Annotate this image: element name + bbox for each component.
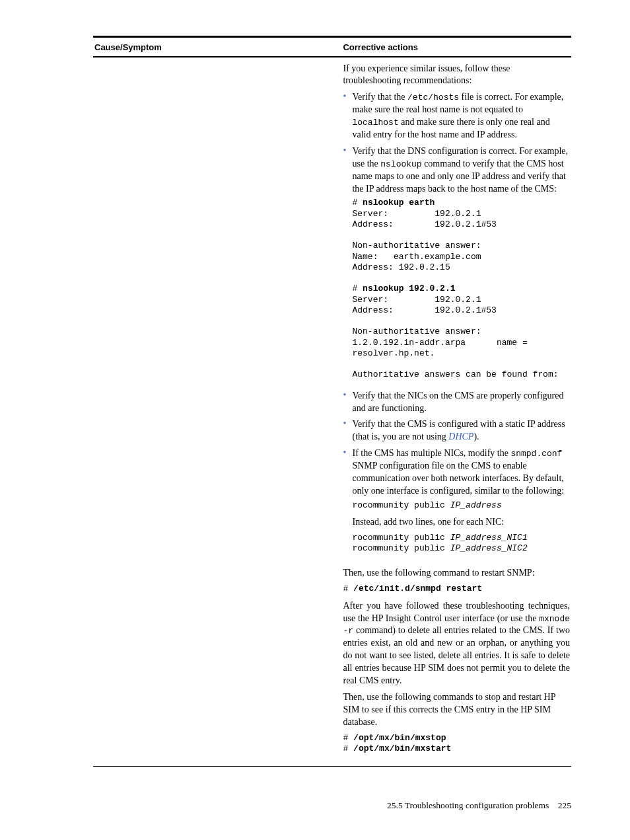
para-after-troubleshoot: After you have followed these troublesho… (343, 600, 570, 687)
footer-page-number: 225 (558, 800, 571, 810)
intro-para: If you experience similar issues, follow… (343, 63, 570, 88)
text: Instead, add two lines, one for each NIC… (352, 516, 570, 529)
th-action: Corrective actions (341, 39, 571, 56)
cell-cause (93, 57, 341, 766)
code-snmpd-conf: snmpd.conf (510, 449, 562, 459)
console-rocommunity-2: rocommunity public IP_address_NIC1 rocom… (352, 533, 570, 554)
list-item: If the CMS has multiple NICs, modify the… (352, 447, 570, 563)
para-restart-snmp: Then, use the following command to resta… (343, 567, 570, 580)
footer-section: 25.5 Troubleshooting configuration probl… (387, 800, 549, 810)
hash: # (343, 733, 353, 743)
page-footer: 25.5 Troubleshooting configuration probl… (93, 767, 571, 812)
hash: # (343, 584, 353, 593)
text: rocommunity public (352, 500, 450, 510)
console-mx-cmds: # /opt/mx/bin/mxstop # /opt/mx/bin/mxsta… (343, 733, 570, 755)
cmd: /opt/mx/bin/mxstop (353, 733, 446, 743)
ip-addr-nic1: IP_address_NIC1 (450, 533, 528, 543)
dhcp-link[interactable]: DHCP (448, 432, 473, 441)
text: rocommunity public (352, 543, 450, 553)
text: rocommunity public (352, 533, 450, 543)
hash: # (343, 744, 353, 753)
cmd: /etc/init.d/snmpd restart (353, 584, 482, 593)
ip-addr: IP_address (450, 500, 502, 510)
th-cause: Cause/Symptom (93, 39, 341, 56)
text: command) to delete all entries related t… (343, 625, 570, 685)
list-item: Verify that the NICs on the CMS are prop… (352, 390, 570, 419)
cmd: nslookup 192.0.2.1 (363, 284, 455, 293)
rule-top (93, 36, 571, 38)
bullet-list: Verify that the /etc/hosts file is corre… (343, 91, 570, 563)
list-item: Verify that the CMS is configured with a… (352, 418, 570, 447)
text: After you have followed these troublesho… (343, 601, 570, 623)
text: If the CMS has multiple NICs, modify the (352, 448, 510, 458)
list-item: Verify that the /etc/hosts file is corre… (352, 91, 570, 145)
console-block-1: # nslookup earth Server: 192.0.2.1 Addre… (352, 198, 570, 380)
cmd: /opt/mx/bin/mxstart (353, 744, 451, 753)
text: SNMP configuration file on the CMS to en… (352, 461, 564, 496)
code-etc-hosts: /etc/hosts (407, 93, 459, 102)
cell-actions: If you experience similar issues, follow… (341, 57, 571, 766)
ip-addr-nic2: IP_address_NIC2 (450, 543, 528, 553)
list-item: Verify that the DNS configuration is cor… (352, 145, 570, 390)
text: Verify that the (352, 92, 407, 102)
table-row: If you experience similar issues, follow… (93, 57, 571, 766)
troubleshooting-table: Cause/Symptom Corrective actions If you … (93, 39, 571, 767)
text: ). (473, 432, 479, 441)
console-rocommunity-1: rocommunity public IP_address (352, 500, 570, 511)
code-localhost: localhost (352, 118, 398, 128)
para-restart-sim: Then, use the following commands to stop… (343, 691, 570, 729)
cmd: nslookup earth (363, 198, 435, 208)
console-restart-snmp: # /etc/init.d/snmpd restart (343, 584, 570, 594)
page: Cause/Symptom Corrective actions If you … (0, 0, 630, 840)
code-nslookup: nslookup (380, 159, 421, 169)
